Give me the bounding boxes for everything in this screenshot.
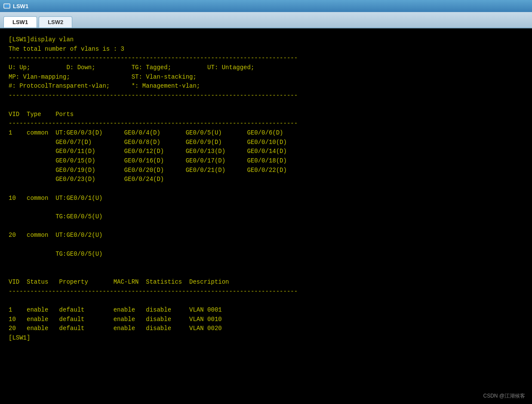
title-bar: LSW1 [0,0,532,12]
tab-bar: LSW1 LSW2 [0,12,532,28]
terminal[interactable]: [LSW1]display vlan The total number of v… [0,28,532,404]
svg-marker-3 [8,5,9,7]
watermark: CSDN @江湖候客 [483,392,525,400]
tab-lsw2[interactable]: LSW2 [39,16,72,28]
title-bar-text: LSW1 [13,3,28,9]
tab-lsw1[interactable]: LSW1 [3,16,37,28]
terminal-content: [LSW1]display vlan The total number of v… [9,35,523,343]
title-bar-icon [3,3,10,9]
